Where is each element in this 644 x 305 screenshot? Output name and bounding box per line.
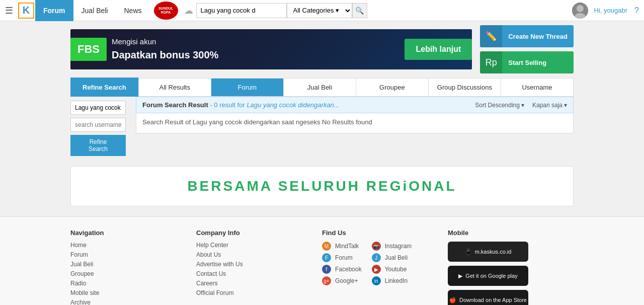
start-selling-label: Start Selling [502,59,552,66]
start-selling-button[interactable]: Rp Start Selling [480,51,574,73]
banner-image[interactable]: FBS Mengisi akun Dapatkan bonus 300% Leb… [70,29,472,69]
menu-icon[interactable]: ☰ [5,5,13,16]
time-arrow: ▾ [564,102,567,109]
regional-gray: BERSAMA SELURUH [187,178,360,194]
youtube-icon: ▶ [372,265,381,274]
tab-username[interactable]: Username [501,79,573,96]
footer-link-careers[interactable]: Careers [196,280,322,287]
footer-link-advertise[interactable]: Advertise with Us [196,261,322,268]
footer-jual-beli-link[interactable]: J Jual Beli [372,253,412,262]
google-play-btn[interactable]: ▶ Get it on Google play [448,266,528,286]
mobile-site-label: m.kaskus.co.id [475,249,512,255]
search-tabs-row: Refine Search All Results Forum Jual Bel… [70,78,574,97]
nav-jual-beli[interactable]: Jual Beli [73,0,116,21]
regional-banner: BERSAMA SELURUH REGiONAL [70,166,574,206]
youtube-label: Youtube [385,266,407,273]
banner-line1: Mengisi akun [112,36,218,48]
create-thread-button[interactable]: ✏️ Create New Thread [480,25,574,47]
footer-link-jual-beli[interactable]: Jual Beli [70,261,196,268]
footer-link-forum[interactable]: Forum [70,251,196,258]
footer-nav-title: Navigation [70,229,196,237]
time-dropdown[interactable]: Kapan saja ▾ [532,102,567,109]
footer-find-us: Find Us M MindTalk F Forum f Facebook [322,229,448,305]
banner-line2: Dapatkan bonus 300% [112,47,218,62]
banner-area: FBS Mengisi akun Dapatkan bonus 300% Leb… [0,21,644,78]
sort-arrow: ▾ [521,102,524,109]
footer-mobile: Mobile 📱 m.kaskus.co.id ▶ Get it on Goog… [448,229,574,305]
nav-news[interactable]: News [116,0,149,21]
time-label: Kapan saja [532,102,562,109]
refine-search-button[interactable]: Refine Search [70,78,138,97]
footer-forum-link[interactable]: F Forum [322,253,362,262]
pencil-icon: ✏️ [480,25,502,47]
fbs-label: FBS [70,38,107,61]
nav-forum[interactable]: Forum [35,0,73,21]
hi-text: Hi, yougabr [594,7,627,14]
tab-forum[interactable]: Forum [211,79,284,96]
create-thread-label: Create New Thread [502,33,574,40]
main-content: Refine Search Forum Search Result - 0 re… [0,97,644,156]
app-store-icon: 🍎 [449,297,456,303]
footer-instagram[interactable]: 📷 Instagram [372,242,412,251]
footer-link-contact[interactable]: Contact Us [196,270,322,277]
results-header-left: Forum Search Result - 0 result for Lagu … [142,101,340,109]
footer-facebook[interactable]: f Facebook [322,265,362,274]
tab-jual-beli[interactable]: Jual Beli [284,79,356,96]
sidebar-username-input[interactable] [70,118,126,132]
category-select[interactable]: All Categories ▾ [287,3,352,18]
footer: Navigation Home Forum Jual Beli Groupee … [0,216,644,305]
instagram-label: Instagram [385,243,412,250]
footer-link-mobile-site[interactable]: Mobile site [70,289,196,296]
googleplus-icon: g+ [322,276,331,285]
footer-mindtalk[interactable]: M MindTalk [322,242,362,251]
footer-link-groupee[interactable]: Groupee [70,270,196,277]
linkedin-label: LinkedIn [385,277,408,284]
footer-company: Company Info Help Center About Us Advert… [196,229,322,305]
help-icon[interactable]: ? [634,6,639,15]
results-count-text: - 0 result for [210,101,245,109]
regional-green: REGiONAL [366,178,457,194]
linkedin-icon: in [372,276,381,285]
footer-youtube[interactable]: ▶ Youtube [372,265,412,274]
footer-link-official-forum[interactable]: Official Forum [196,289,322,296]
mobile-site-btn[interactable]: 📱 m.kaskus.co.id [448,242,528,262]
footer-linkedin[interactable]: in LinkedIn [372,276,412,285]
logo-k[interactable]: K [18,3,34,19]
sidebar-refine-button[interactable]: Refine Search [70,135,126,156]
results-title: Forum Search Result [142,101,208,109]
search-input[interactable] [196,3,287,18]
mobile-icon: 📱 [465,249,472,255]
header: ☰ K Forum Jual Beli News SUNDULROPA ☁ Al… [0,0,644,21]
avatar [572,3,588,19]
results-body: Search Result of Lagu yang cocok didenga… [136,113,574,133]
mindtalk-icon: M [322,242,331,251]
search-button[interactable]: 🔍 [352,3,367,18]
forum-icon: F [322,253,331,262]
tab-group-discussions[interactable]: Group Discussions [429,79,501,96]
facebook-label: Facebook [335,266,362,273]
tab-groupee[interactable]: Groupee [356,79,429,96]
footer-link-radio[interactable]: Radio [70,280,196,287]
footer-googleplus[interactable]: g+ Google+ [322,276,362,285]
tabs-container: All Results Forum Jual Beli Groupee Grou… [138,78,574,97]
footer-link-about[interactable]: About Us [196,251,322,258]
banner-cta-button[interactable]: Lebih lanjut [405,39,472,60]
jualbeli-find-icon: J [372,253,381,262]
tab-all-results[interactable]: All Results [139,79,211,96]
sort-dropdown[interactable]: Sort Descending ▾ [475,102,524,109]
google-play-label: Get it on Google play [465,273,517,279]
app-store-btn[interactable]: 🍎 Download on the App Store [448,290,528,305]
footer-link-help[interactable]: Help Center [196,242,322,249]
search-section: Refine Search All Results Forum Jual Bel… [0,78,644,97]
results-header: Forum Search Result - 0 result for Lagu … [136,97,574,113]
rp-icon: Rp [480,51,502,73]
googleplus-label: Google+ [335,277,358,284]
footer-link-archive[interactable]: Archive [70,299,196,305]
results-header-right: Sort Descending ▾ Kapan saja ▾ [475,102,567,109]
sidebar-search-input[interactable] [70,101,126,115]
footer-link-home[interactable]: Home [70,242,196,249]
instagram-icon: 📷 [372,242,381,251]
sundul-logo[interactable]: SUNDULROPA [154,2,178,20]
google-play-icon: ▶ [458,273,462,279]
sort-label: Sort Descending [475,102,520,109]
